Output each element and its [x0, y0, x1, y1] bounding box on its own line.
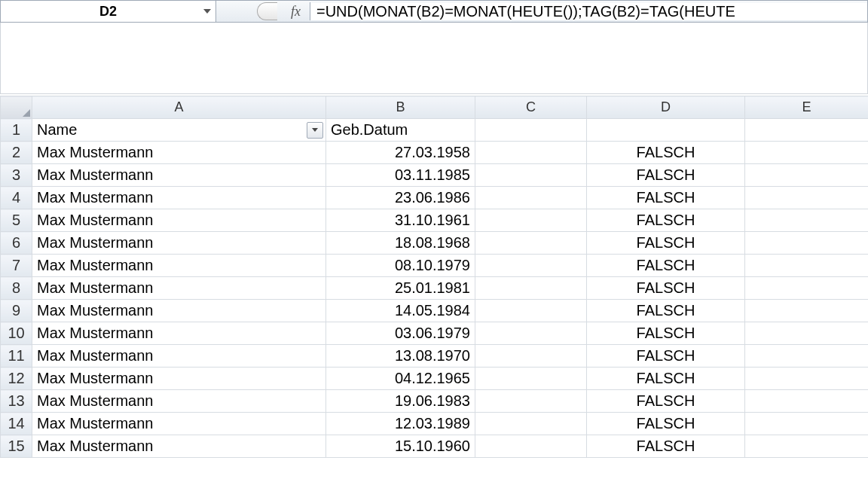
cell-D1[interactable] — [587, 119, 745, 142]
cell-C[interactable] — [475, 345, 587, 368]
cell-E[interactable] — [745, 435, 869, 458]
cell-B[interactable]: 04.12.1965 — [326, 368, 475, 390]
row-header[interactable]: 15 — [1, 435, 32, 458]
cell-D[interactable]: FALSCH — [587, 187, 745, 209]
cell-B[interactable]: 15.10.1960 — [326, 435, 475, 458]
cell-C[interactable] — [475, 277, 587, 300]
row-header[interactable]: 14 — [1, 413, 32, 435]
cell-B1[interactable]: Geb.Datum — [326, 119, 475, 142]
row-header[interactable]: 4 — [1, 187, 32, 209]
cell-E[interactable] — [745, 164, 869, 187]
cell-D[interactable]: FALSCH — [587, 413, 745, 435]
column-header-D[interactable]: D — [587, 96, 745, 119]
cell-C[interactable] — [475, 390, 587, 413]
cell-B[interactable]: 19.06.1983 — [326, 390, 475, 413]
cell-A[interactable]: Max Mustermann — [32, 345, 326, 368]
cell-B[interactable]: 13.08.1970 — [326, 345, 475, 368]
cell-A[interactable]: Max Mustermann — [32, 164, 326, 187]
cell-E[interactable] — [745, 322, 869, 345]
row-header[interactable]: 11 — [1, 345, 32, 368]
cell-E[interactable] — [745, 187, 869, 209]
cell-D[interactable]: FALSCH — [587, 232, 745, 255]
cell-B[interactable]: 23.06.1986 — [326, 187, 475, 209]
cell-A[interactable]: Max Mustermann — [32, 142, 326, 164]
cell-D[interactable]: FALSCH — [587, 345, 745, 368]
cell-C[interactable] — [475, 142, 587, 164]
cell-C1[interactable] — [475, 119, 587, 142]
cell-D[interactable]: FALSCH — [587, 142, 745, 164]
cell-D[interactable]: FALSCH — [587, 368, 745, 390]
cell-A[interactable]: Max Mustermann — [32, 209, 326, 232]
cell-C[interactable] — [475, 187, 587, 209]
row-header[interactable]: 1 — [1, 119, 32, 142]
cell-E[interactable] — [745, 209, 869, 232]
cell-C[interactable] — [475, 413, 587, 435]
row-header[interactable]: 8 — [1, 277, 32, 300]
cell-E1[interactable] — [745, 119, 869, 142]
name-box[interactable]: D2 — [1, 1, 216, 22]
cell-B[interactable]: 18.08.1968 — [326, 232, 475, 255]
cell-A[interactable]: Max Mustermann — [32, 368, 326, 390]
cell-A[interactable]: Max Mustermann — [32, 435, 326, 458]
cell-A[interactable]: Max Mustermann — [32, 413, 326, 435]
cell-C[interactable] — [475, 255, 587, 277]
cell-D[interactable]: FALSCH — [587, 390, 745, 413]
cell-E[interactable] — [745, 345, 869, 368]
cell-B[interactable]: 25.01.1981 — [326, 277, 475, 300]
cell-A[interactable]: Max Mustermann — [32, 322, 326, 345]
cell-A[interactable]: Max Mustermann — [32, 390, 326, 413]
cell-E[interactable] — [745, 390, 869, 413]
cell-A[interactable]: Max Mustermann — [32, 300, 326, 322]
cell-B[interactable]: 14.05.1984 — [326, 300, 475, 322]
cell-A1[interactable]: Name — [32, 119, 326, 142]
row-header[interactable]: 5 — [1, 209, 32, 232]
cell-C[interactable] — [475, 209, 587, 232]
cell-B[interactable]: 31.10.1961 — [326, 209, 475, 232]
insert-function-button[interactable]: fx — [216, 2, 310, 20]
cell-B[interactable]: 12.03.1989 — [326, 413, 475, 435]
cell-D[interactable]: FALSCH — [587, 164, 745, 187]
cell-D[interactable]: FALSCH — [587, 255, 745, 277]
cell-C[interactable] — [475, 232, 587, 255]
cell-E[interactable] — [745, 413, 869, 435]
row-header[interactable]: 3 — [1, 164, 32, 187]
filter-button[interactable] — [307, 122, 323, 139]
cell-C[interactable] — [475, 435, 587, 458]
row-header[interactable]: 13 — [1, 390, 32, 413]
column-header-B[interactable]: B — [326, 96, 475, 119]
cell-B[interactable]: 03.06.1979 — [326, 322, 475, 345]
cell-C[interactable] — [475, 164, 587, 187]
cell-E[interactable] — [745, 300, 869, 322]
cell-D[interactable]: FALSCH — [587, 435, 745, 458]
cell-D[interactable]: FALSCH — [587, 277, 745, 300]
cell-C[interactable] — [475, 322, 587, 345]
row-header[interactable]: 6 — [1, 232, 32, 255]
cell-E[interactable] — [745, 368, 869, 390]
cell-D[interactable]: FALSCH — [587, 209, 745, 232]
cell-C[interactable] — [475, 368, 587, 390]
column-header-E[interactable]: E — [745, 96, 869, 119]
cell-B[interactable]: 03.11.1985 — [326, 164, 475, 187]
cell-A[interactable]: Max Mustermann — [32, 277, 326, 300]
cell-D[interactable]: FALSCH — [587, 322, 745, 345]
column-header-C[interactable]: C — [475, 96, 587, 119]
row-header[interactable]: 7 — [1, 255, 32, 277]
column-header-A[interactable]: A — [32, 96, 326, 119]
cell-D[interactable]: FALSCH — [587, 300, 745, 322]
cell-C[interactable] — [475, 300, 587, 322]
cell-E[interactable] — [745, 277, 869, 300]
cell-E[interactable] — [745, 142, 869, 164]
row-header[interactable]: 12 — [1, 368, 32, 390]
chevron-down-icon[interactable] — [203, 9, 211, 14]
cell-A[interactable]: Max Mustermann — [32, 232, 326, 255]
formula-input[interactable]: =UND(MONAT(B2)=MONAT(HEUTE());TAG(B2)=TA… — [310, 3, 867, 20]
cell-B[interactable]: 27.03.1958 — [326, 142, 475, 164]
cell-E[interactable] — [745, 255, 869, 277]
select-all-corner[interactable] — [1, 96, 32, 119]
cell-E[interactable] — [745, 232, 869, 255]
cell-B[interactable]: 08.10.1979 — [326, 255, 475, 277]
row-header[interactable]: 2 — [1, 142, 32, 164]
cell-A[interactable]: Max Mustermann — [32, 255, 326, 277]
row-header[interactable]: 10 — [1, 322, 32, 345]
cell-A[interactable]: Max Mustermann — [32, 187, 326, 209]
